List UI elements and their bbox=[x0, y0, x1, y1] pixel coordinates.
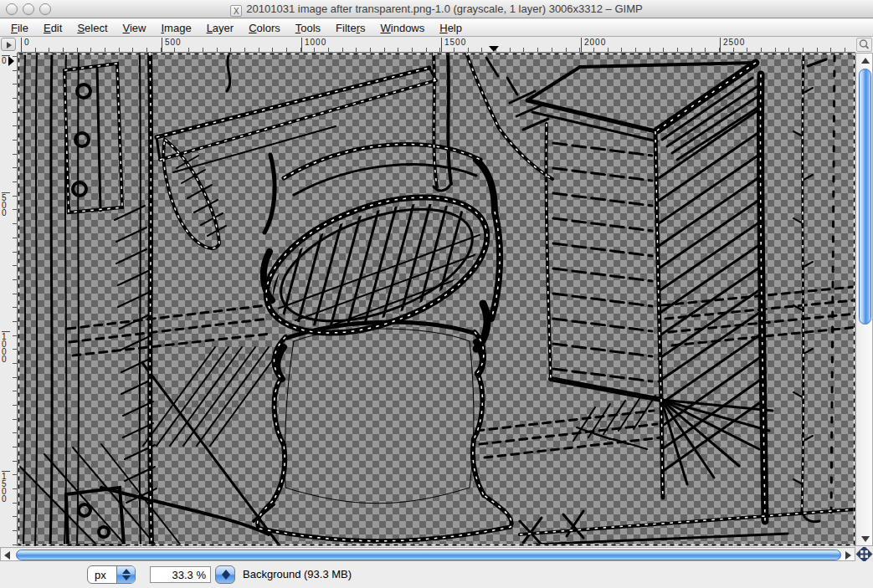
h-ruler-label: 2000 bbox=[581, 38, 606, 52]
vertical-scrollbar-thumb[interactable] bbox=[859, 69, 871, 325]
status-message: Background (93.3 MB) bbox=[243, 568, 352, 580]
h-ruler-label: 500 bbox=[162, 38, 182, 52]
menubar: FileEditSelectViewImageLayerColorsToolsF… bbox=[0, 19, 873, 37]
pointer-position-marker-v bbox=[8, 56, 14, 66]
scroll-up-arrow[interactable] bbox=[861, 58, 870, 64]
menu-item-tools[interactable]: Tools bbox=[288, 22, 328, 34]
menu-item-edit[interactable]: Edit bbox=[36, 22, 69, 34]
scroll-right-arrow[interactable] bbox=[845, 551, 851, 560]
window-title-text: 20101031 image after transparent.png-1.0… bbox=[246, 3, 642, 15]
four-way-arrows-icon bbox=[855, 547, 873, 561]
pointer-position-marker-h bbox=[489, 46, 499, 52]
h-ruler-label: 1000 bbox=[301, 38, 326, 52]
vertical-ruler[interactable]: 0 500 1000 1500 bbox=[0, 53, 18, 546]
menu-item-select[interactable]: Select bbox=[69, 22, 115, 34]
h-ruler-label: 2500 bbox=[720, 38, 745, 52]
canvas-image bbox=[18, 53, 855, 546]
menu-item-layer[interactable]: Layer bbox=[199, 22, 242, 34]
horizontal-scrollbar[interactable] bbox=[0, 547, 855, 561]
h-ruler-label: 0 bbox=[21, 38, 30, 52]
v-ruler-label: 500 bbox=[2, 192, 10, 217]
scroll-left-arrow[interactable] bbox=[4, 551, 10, 560]
v-ruler-label: 1000 bbox=[2, 331, 10, 363]
zoom-percent-input[interactable] bbox=[150, 566, 211, 583]
unit-combo-spinner[interactable] bbox=[116, 566, 135, 583]
image-canvas[interactable] bbox=[18, 53, 855, 546]
zoom-follow-window-button[interactable] bbox=[856, 38, 872, 52]
menu-item-image[interactable]: Image bbox=[153, 22, 198, 34]
menu-item-help[interactable]: Help bbox=[432, 22, 470, 34]
menu-item-filters[interactable]: Filters bbox=[328, 22, 372, 34]
gimp-window: X20101031 image after transparent.png-1.… bbox=[0, 0, 873, 588]
scroll-down-arrow[interactable] bbox=[861, 536, 870, 542]
h-ruler-label: 1500 bbox=[441, 38, 466, 52]
menu-item-colors[interactable]: Colors bbox=[241, 22, 288, 34]
window-title: X20101031 image after transparent.png-1.… bbox=[0, 3, 873, 17]
v-ruler-label: 1500 bbox=[2, 471, 10, 503]
horizontal-ruler[interactable]: 0 500 1000 1500 2000 2500 bbox=[18, 37, 855, 53]
magnifier-icon bbox=[857, 38, 871, 51]
menu-item-view[interactable]: View bbox=[116, 22, 154, 34]
vertical-scrollbar[interactable] bbox=[855, 53, 873, 546]
menu-item-windows[interactable]: Windows bbox=[373, 22, 433, 34]
zoom-spinner[interactable] bbox=[215, 565, 235, 584]
unit-value: px bbox=[95, 569, 106, 581]
ruler-corner-menu-button[interactable] bbox=[1, 38, 16, 51]
horizontal-scrollbar-thumb[interactable] bbox=[16, 550, 841, 560]
menu-item-file[interactable]: File bbox=[3, 22, 36, 34]
status-bar: px Background (93.3 MB) bbox=[0, 561, 873, 588]
title-bar: X20101031 image after transparent.png-1.… bbox=[0, 0, 873, 18]
x11-app-icon: X bbox=[230, 5, 242, 17]
ruler-unit-combo[interactable]: px bbox=[87, 565, 136, 584]
navigation-pan-button[interactable] bbox=[855, 547, 873, 561]
